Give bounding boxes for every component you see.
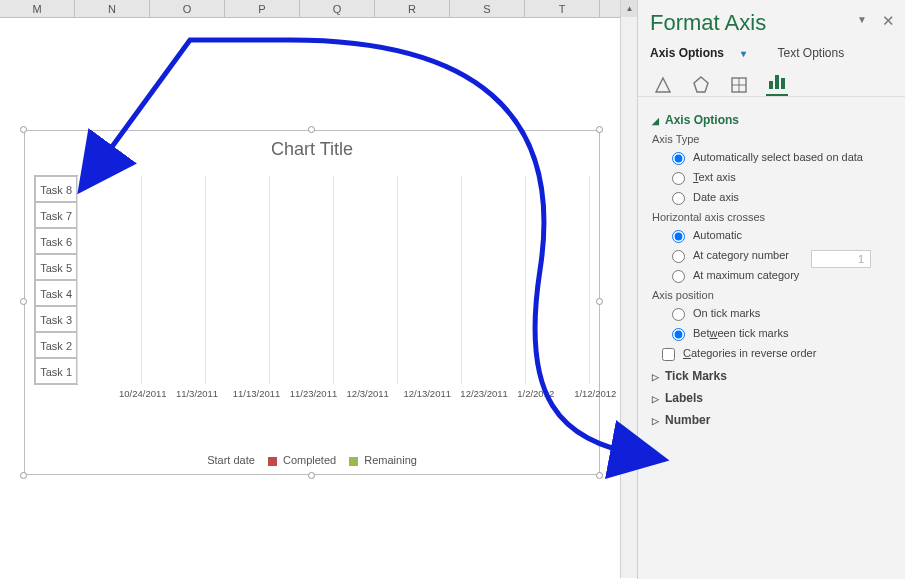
radio-input[interactable] — [672, 308, 685, 321]
pane-icon-tabs — [638, 66, 905, 97]
radio-text-axis[interactable]: Text axis — [672, 171, 891, 185]
axis-tick-label: 11/3/2011 — [176, 388, 233, 399]
axis-tick-label: 12/13/2011 — [403, 388, 460, 399]
pane-options-icon[interactable]: ▼ — [857, 14, 867, 25]
radio-date-axis[interactable]: Date axis — [672, 191, 891, 205]
axis-options-icon[interactable] — [766, 74, 788, 96]
chevron-down-icon[interactable]: ▾ — [741, 48, 746, 59]
format-axis-pane: Format Axis ▼ ✕ Axis Options ▾ Text Opti… — [637, 0, 905, 579]
resize-handle[interactable] — [20, 126, 27, 133]
chart-legend[interactable]: Start date Completed Remaining — [25, 454, 599, 466]
legend-entry[interactable]: Remaining — [364, 454, 417, 466]
radio-hax-at-category[interactable]: At category number — [672, 249, 891, 263]
radio-auto-select[interactable]: Automatically select based on data — [672, 151, 891, 165]
col-header[interactable]: O — [150, 0, 225, 17]
radio-input[interactable] — [672, 270, 685, 283]
value-axis[interactable]: 10/24/2011 11/3/2011 11/13/2011 11/23/20… — [119, 388, 631, 399]
resize-handle[interactable] — [596, 126, 603, 133]
resize-handle[interactable] — [596, 298, 603, 305]
plot-area[interactable]: Task 8 Task 7 Task 6 Task 5 Task 4 Task … — [35, 176, 590, 411]
legend-swatch-icon — [349, 457, 358, 466]
tab-text-options[interactable]: Text Options — [777, 46, 844, 60]
axis-tick-label: 10/24/2011 — [119, 388, 176, 399]
axis-tick-label[interactable]: Task 1 — [35, 358, 77, 384]
col-header[interactable]: T — [525, 0, 600, 17]
axis-tick-label[interactable]: Task 6 — [35, 228, 77, 254]
tab-axis-options[interactable]: Axis Options ▾ — [650, 46, 760, 60]
svg-rect-5 — [775, 75, 779, 89]
pane-body: Axis Options Axis Type Automatically sel… — [638, 97, 905, 557]
axis-tick-label: 11/23/2011 — [290, 388, 347, 399]
section-number[interactable]: Number — [652, 413, 891, 427]
resize-handle[interactable] — [308, 126, 315, 133]
axis-tick-label[interactable]: Task 3 — [35, 306, 77, 332]
svg-marker-0 — [694, 77, 708, 92]
resize-handle[interactable] — [20, 472, 27, 479]
resize-handle[interactable] — [596, 472, 603, 479]
radio-input[interactable] — [672, 230, 685, 243]
svg-rect-6 — [781, 78, 785, 89]
axis-tick-label[interactable]: Task 7 — [35, 202, 77, 228]
col-header[interactable]: R — [375, 0, 450, 17]
category-number-input[interactable] — [811, 250, 871, 268]
scroll-up-arrow-icon[interactable]: ▲ — [621, 0, 638, 17]
axis-tick-label[interactable]: Task 5 — [35, 254, 77, 280]
radio-hax-automatic[interactable]: Automatic — [672, 229, 891, 243]
checkbox-input[interactable] — [662, 348, 675, 361]
col-header[interactable]: M — [0, 0, 75, 17]
col-header[interactable]: P — [225, 0, 300, 17]
radio-input[interactable] — [672, 328, 685, 341]
close-icon[interactable]: ✕ — [882, 12, 895, 30]
axis-type-label: Axis Type — [652, 133, 891, 145]
axis-tick-label[interactable]: Task 8 — [35, 176, 77, 202]
chart-object[interactable]: Chart Title Task 8 Task 7 Task 6 Task 5 … — [24, 130, 600, 475]
axis-tick-label: 12/23/2011 — [460, 388, 517, 399]
radio-input[interactable] — [672, 152, 685, 165]
col-header[interactable]: N — [75, 0, 150, 17]
radio-input[interactable] — [672, 250, 685, 263]
axis-tick-label[interactable]: Task 2 — [35, 332, 77, 358]
axis-tick-label: 1/2/2012 — [517, 388, 574, 399]
radio-between-tick-marks[interactable]: Between tick marks — [672, 327, 891, 341]
checkbox-reverse-order[interactable]: Categories in reverse order — [662, 347, 891, 361]
legend-entry[interactable]: Start date — [207, 454, 255, 466]
vertical-scrollbar[interactable]: ▲ — [620, 0, 637, 578]
column-header-row: M N O P Q R S T — [0, 0, 620, 18]
section-labels[interactable]: Labels — [652, 391, 891, 405]
radio-input[interactable] — [672, 172, 685, 185]
effects-icon[interactable] — [690, 74, 712, 96]
hax-crosses-label: Horizontal axis crosses — [652, 211, 891, 223]
section-tick-marks[interactable]: Tick Marks — [652, 369, 891, 383]
radio-on-tick-marks[interactable]: On tick marks — [672, 307, 891, 321]
chart-title[interactable]: Chart Title — [25, 139, 599, 160]
axis-tick-label[interactable]: Task 4 — [35, 280, 77, 306]
radio-hax-at-max[interactable]: At maximum category — [672, 269, 891, 283]
size-properties-icon[interactable] — [728, 74, 750, 96]
resize-handle[interactable] — [20, 298, 27, 305]
gridlines — [77, 176, 589, 384]
svg-rect-4 — [769, 81, 773, 89]
fill-line-icon[interactable] — [652, 74, 674, 96]
axis-tick-label: 12/3/2011 — [347, 388, 404, 399]
radio-input[interactable] — [672, 192, 685, 205]
axis-tick-label: 11/13/2011 — [233, 388, 290, 399]
chart-bars: 10/24/2011 11/3/2011 11/13/2011 11/23/20… — [77, 176, 589, 411]
col-header[interactable]: Q — [300, 0, 375, 17]
legend-swatch-icon — [268, 457, 277, 466]
axis-position-label: Axis position — [652, 289, 891, 301]
section-axis-options[interactable]: Axis Options — [652, 113, 891, 127]
legend-entry[interactable]: Completed — [283, 454, 336, 466]
col-header[interactable]: S — [450, 0, 525, 17]
axis-tick-label: 1/12/2012 — [574, 388, 631, 399]
pane-tabs: Axis Options ▾ Text Options — [638, 40, 905, 66]
category-axis[interactable]: Task 8 Task 7 Task 6 Task 5 Task 4 Task … — [35, 176, 77, 386]
resize-handle[interactable] — [308, 472, 315, 479]
